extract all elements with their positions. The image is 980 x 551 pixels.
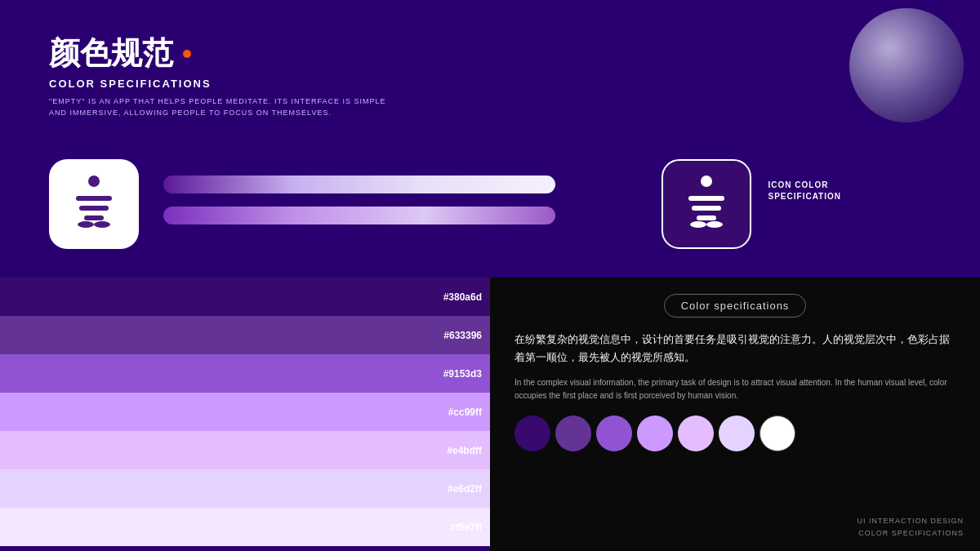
- bottom-section: #380a6d#633396#9153d3#cc99ff#e4bdff#e6d2…: [0, 278, 980, 551]
- color-circles-row: [514, 415, 956, 451]
- title-area: 颜色规范 COLOR SPECIFICATIONS "EMPTY" IS AN …: [49, 33, 392, 118]
- swatch-label-4: #e4bdff: [447, 445, 482, 456]
- svg-point-4: [78, 221, 94, 228]
- subtitle-text: "EMPTY" IS AN APP THAT HELPS PEOPLE MEDI…: [49, 96, 392, 118]
- swatch-row: #380a6d: [0, 278, 490, 316]
- swatch-color-5: [0, 469, 490, 508]
- swatch-row: #633396: [0, 316, 490, 354]
- svg-rect-1: [76, 196, 112, 201]
- color-circle-3: [637, 415, 673, 451]
- swatch-label-5: #e6d2ff: [448, 483, 482, 495]
- swatch-color-0: [0, 278, 490, 316]
- color-circle-6: [760, 415, 795, 451]
- icon-label-line1: ICON COLOR: [768, 180, 841, 191]
- english-description: In the complex visual information, the p…: [514, 376, 956, 402]
- title-dot: [183, 50, 191, 58]
- swatch-color-6: [0, 508, 490, 546]
- app-icon-left: [49, 159, 139, 249]
- swatch-label-2: #9153d3: [443, 368, 482, 380]
- icon-color-label: ICON COLOR SPECIFICATION: [768, 180, 841, 202]
- svg-rect-9: [697, 216, 716, 220]
- app-icon-right: [662, 159, 751, 249]
- color-circle-2: [596, 415, 632, 451]
- swatch-label-1: #633396: [443, 330, 482, 341]
- app-icon-left-svg: [61, 171, 127, 237]
- swatch-color-1: [0, 316, 490, 354]
- svg-point-0: [88, 176, 100, 187]
- chinese-title-text: 颜色规范: [49, 33, 173, 74]
- title-chinese: 颜色规范: [49, 33, 392, 74]
- footer-line1: UI INTERACTION DESIGN: [857, 515, 964, 527]
- icon-label-line2: SPECIFICATION: [768, 191, 841, 202]
- svg-rect-3: [84, 216, 104, 220]
- gradient-bar-1: [163, 176, 555, 193]
- svg-point-10: [690, 221, 706, 228]
- gradient-bar-2: [163, 207, 555, 224]
- color-circle-5: [719, 415, 755, 451]
- swatch-row: #9153d3: [0, 354, 490, 393]
- swatch-row: #e4bdff: [0, 431, 490, 469]
- color-circle-0: [514, 415, 550, 451]
- swatch-label-3: #cc99ff: [448, 407, 482, 418]
- color-circle-4: [678, 415, 714, 451]
- svg-rect-2: [79, 206, 109, 211]
- swatch-color-3: [0, 393, 490, 431]
- color-swatches: #380a6d#633396#9153d3#cc99ff#e4bdff#e6d2…: [0, 278, 490, 551]
- swatch-label-0: #380a6d: [443, 291, 482, 303]
- swatch-color-4: [0, 431, 490, 469]
- color-spec-badge: Color specifications: [664, 294, 807, 318]
- title-english: COLOR SPECIFICATIONS: [49, 78, 392, 90]
- deco-circle: [849, 8, 964, 122]
- panel-footer: UI INTERACTION DESIGN COLOR SPECIFICATIO…: [857, 515, 964, 539]
- top-section: 颜色规范 COLOR SPECIFICATIONS "EMPTY" IS AN …: [0, 0, 980, 278]
- svg-point-6: [701, 176, 712, 187]
- svg-rect-7: [688, 196, 724, 201]
- app-icon-right-svg: [674, 171, 739, 237]
- svg-rect-8: [692, 206, 721, 211]
- swatch-color-2: [0, 354, 490, 393]
- chinese-description: 在纷繁复杂的视觉信息中，设计的首要任务是吸引视觉的注意力。人的视觉层次中，色彩占…: [514, 331, 956, 367]
- swatch-row: #f5e7ff: [0, 508, 490, 546]
- swatch-row: #cc99ff: [0, 393, 490, 431]
- swatch-label-6: #f5e7ff: [450, 522, 482, 533]
- svg-point-11: [706, 221, 723, 228]
- info-panel: Color specifications 在纷繁复杂的视觉信息中，设计的首要任务…: [490, 278, 980, 551]
- swatch-row: #e6d2ff: [0, 469, 490, 508]
- gradient-bars: [163, 176, 555, 224]
- svg-point-5: [94, 221, 110, 228]
- color-circle-1: [555, 415, 591, 451]
- footer-line2: COLOR SPECIFICATIONS: [857, 527, 964, 539]
